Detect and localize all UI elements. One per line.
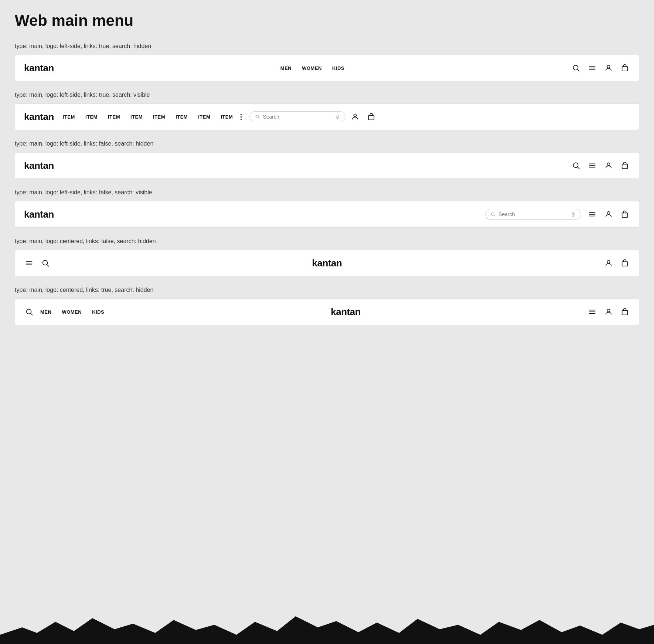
icon-group-3 bbox=[571, 160, 630, 171]
svg-line-39 bbox=[31, 313, 33, 315]
svg-point-43 bbox=[607, 309, 610, 312]
svg-rect-6 bbox=[622, 67, 628, 71]
svg-point-7 bbox=[256, 115, 259, 118]
svg-rect-37 bbox=[622, 262, 628, 266]
mic-icon-2[interactable] bbox=[335, 114, 340, 120]
logo-1[interactable]: kantan bbox=[24, 62, 54, 74]
account-icon-1[interactable] bbox=[603, 63, 614, 73]
section-label-4: type: main, logo: left-side, links: fals… bbox=[15, 189, 639, 196]
nav-link-item-6[interactable]: ITEM bbox=[176, 114, 188, 120]
svg-line-8 bbox=[258, 117, 259, 119]
navbar-3: kantan bbox=[15, 152, 639, 179]
nav-link-kids-6[interactable]: KIDS bbox=[92, 309, 104, 315]
svg-point-38 bbox=[27, 309, 31, 314]
nav-link-item-8[interactable]: ITEM bbox=[221, 114, 233, 120]
section-label-3: type: main, logo: left-side, links: fals… bbox=[15, 140, 639, 147]
more-icon-2[interactable]: ⋮ bbox=[237, 112, 245, 121]
nav-link-item-4[interactable]: ITEM bbox=[130, 114, 143, 120]
nav-link-item-3[interactable]: ITEM bbox=[108, 114, 120, 120]
search-icon-6[interactable] bbox=[24, 307, 34, 317]
nav-link-women-6[interactable]: WOMEN bbox=[62, 309, 82, 315]
icon-group-2 bbox=[350, 112, 377, 122]
menu-icon-5[interactable] bbox=[24, 258, 34, 268]
search-box-4[interactable] bbox=[485, 209, 581, 220]
svg-point-36 bbox=[607, 260, 610, 263]
icon-group-1 bbox=[571, 63, 630, 73]
logo-2[interactable]: kantan bbox=[24, 111, 54, 123]
cart-icon-2[interactable] bbox=[366, 112, 377, 122]
account-icon-4[interactable] bbox=[603, 209, 614, 219]
svg-point-34 bbox=[43, 260, 48, 265]
svg-point-19 bbox=[607, 163, 610, 166]
section-label-2: type: main, logo: left-side, links: true… bbox=[15, 92, 639, 98]
search-icon-1[interactable] bbox=[571, 63, 581, 73]
svg-rect-9 bbox=[337, 115, 338, 117]
navbar-6: MEN WOMEN KIDS kantan bbox=[15, 299, 639, 325]
svg-point-29 bbox=[607, 212, 610, 214]
navbar-2: kantan ITEM ITEM ITEM ITEM ITEM ITEM ITE… bbox=[15, 103, 639, 130]
nav-links-6: MEN WOMEN KIDS bbox=[40, 309, 104, 315]
nav-link-item-5[interactable]: ITEM bbox=[153, 114, 165, 120]
svg-point-21 bbox=[491, 213, 494, 216]
icon-group-6-right bbox=[587, 307, 630, 317]
cart-icon-3[interactable] bbox=[620, 160, 630, 171]
nav-link-men-6[interactable]: MEN bbox=[40, 309, 51, 315]
icon-group-5-left bbox=[24, 258, 51, 268]
navbar-5: kantan bbox=[15, 250, 639, 276]
svg-point-14 bbox=[573, 163, 578, 168]
logo-3[interactable]: kantan bbox=[24, 160, 54, 171]
svg-rect-44 bbox=[622, 310, 628, 315]
mic-icon-4[interactable] bbox=[571, 211, 576, 217]
cart-icon-5[interactable] bbox=[620, 258, 630, 268]
search-icon-5[interactable] bbox=[40, 258, 51, 268]
logo-4[interactable]: kantan bbox=[24, 209, 54, 220]
search-box-2[interactable] bbox=[249, 111, 345, 122]
icon-group-5-right bbox=[603, 258, 630, 268]
nav-links-1: MEN WOMEN KIDS bbox=[280, 65, 344, 71]
svg-rect-23 bbox=[573, 212, 574, 215]
navbar-4: kantan bbox=[15, 201, 639, 228]
nav-link-item-2[interactable]: ITEM bbox=[85, 114, 98, 120]
svg-point-0 bbox=[573, 65, 578, 70]
nav-link-item-7[interactable]: ITEM bbox=[198, 114, 210, 120]
nav-link-item-1[interactable]: ITEM bbox=[63, 114, 75, 120]
account-icon-3[interactable] bbox=[603, 160, 614, 171]
menu-icon-6[interactable] bbox=[587, 307, 597, 317]
mountain-decoration bbox=[0, 614, 654, 644]
icon-group-6-left: MEN WOMEN KIDS bbox=[24, 307, 104, 317]
nav-link-women[interactable]: WOMEN bbox=[302, 65, 322, 71]
logo-6[interactable]: kantan bbox=[331, 306, 361, 318]
account-icon-5[interactable] bbox=[603, 258, 614, 268]
svg-line-35 bbox=[47, 265, 49, 266]
search-icon-3[interactable] bbox=[571, 160, 581, 171]
account-icon-6[interactable] bbox=[603, 307, 614, 317]
nav-link-kids[interactable]: KIDS bbox=[332, 65, 344, 71]
account-icon-2[interactable] bbox=[350, 112, 360, 122]
svg-line-22 bbox=[494, 215, 495, 216]
cart-icon-6[interactable] bbox=[620, 307, 630, 317]
nav-link-men[interactable]: MEN bbox=[280, 65, 292, 71]
cart-icon-1[interactable] bbox=[620, 63, 630, 73]
nav-links-2: ITEM ITEM ITEM ITEM ITEM ITEM ITEM ITEM bbox=[63, 114, 233, 120]
svg-rect-20 bbox=[622, 164, 628, 168]
menu-icon-1[interactable] bbox=[587, 63, 597, 73]
menu-icon-4[interactable] bbox=[587, 209, 597, 219]
svg-rect-13 bbox=[369, 115, 374, 120]
cart-icon-4[interactable] bbox=[620, 209, 630, 219]
search-input-2[interactable] bbox=[263, 114, 332, 120]
icon-group-4 bbox=[587, 209, 630, 219]
search-input-4[interactable] bbox=[498, 211, 568, 217]
svg-line-15 bbox=[578, 167, 579, 169]
svg-rect-30 bbox=[622, 213, 628, 217]
logo-5[interactable]: kantan bbox=[312, 258, 342, 269]
section-label-5: type: main, logo: centered, links: false… bbox=[15, 238, 639, 245]
menu-icon-3[interactable] bbox=[587, 160, 597, 171]
svg-point-5 bbox=[607, 65, 610, 68]
svg-point-12 bbox=[354, 114, 357, 117]
search-box-icon-4 bbox=[491, 211, 495, 217]
section-label-6: type: main, logo: centered, links: true,… bbox=[15, 287, 639, 293]
svg-line-1 bbox=[578, 69, 579, 71]
search-box-icon-2 bbox=[255, 114, 260, 120]
section-label-1: type: main, logo: left-side, links: true… bbox=[15, 43, 639, 50]
navbar-1: kantan MEN WOMEN KIDS bbox=[15, 55, 639, 81]
